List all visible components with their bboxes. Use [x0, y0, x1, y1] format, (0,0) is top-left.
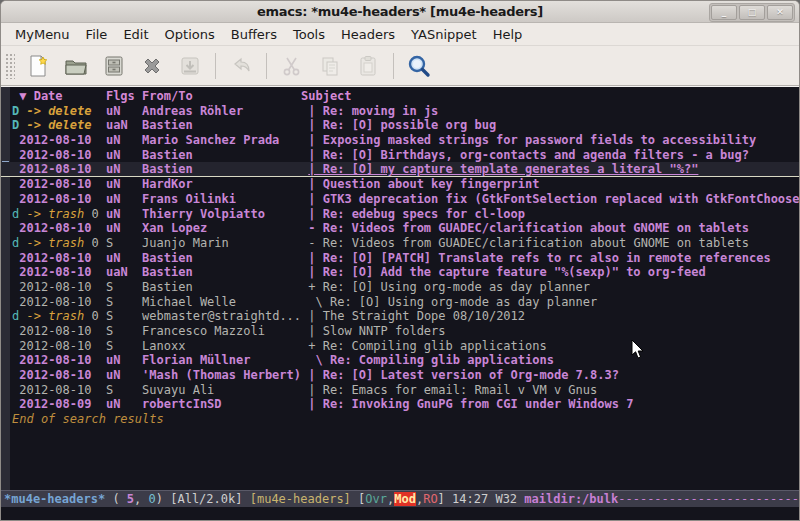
modeline-plain: (	[105, 492, 127, 506]
message-row[interactable]: 2012-08-10 uN Florian Müllner \ Re: Comp…	[12, 353, 799, 368]
message-row[interactable]: 2012-08-10 S Francesco Mazzoli | Slow NN…	[12, 324, 799, 339]
modeline-plain: ,	[134, 492, 148, 506]
search-icon[interactable]	[402, 50, 436, 82]
tool-bar	[1, 46, 799, 86]
column-headers[interactable]: ▼ Date Flgs From/To Subject	[12, 89, 799, 104]
message-row[interactable]: 2012-08-10 uaN Bastien | Re: [O] Add the…	[12, 265, 799, 280]
emacs-window: emacs: *mu4e-headers* [mu4e-headers] _□✕…	[0, 0, 800, 521]
title-bar[interactable]: emacs: *mu4e-headers* [mu4e-headers] _□✕	[1, 1, 799, 23]
toolbar-icons	[19, 50, 438, 82]
copy-icon	[313, 50, 347, 82]
toolbar-separator	[266, 53, 267, 79]
modeline-dashes: ------------------------------	[618, 492, 799, 506]
modeline-plain: 14:27 W32	[452, 492, 524, 506]
menu-item-options[interactable]: Options	[157, 24, 223, 45]
menu-item-edit[interactable]: Edit	[115, 24, 156, 45]
menu-item-buffers[interactable]: Buffers	[223, 24, 285, 45]
modeline-ovr: Ovr	[365, 492, 387, 506]
mode-line[interactable]: *mu4e-headers* ( 5, 0) [All/2.0k] [mu4e-…	[1, 490, 799, 507]
message-row[interactable]: d -> trash 0 uN Thierry Volpiatto | Re: …	[12, 207, 799, 222]
modeline-plain: [All/2.0k]	[170, 492, 249, 506]
modeline-buffer-name: *mu4e-headers*	[4, 492, 105, 506]
close-x-icon[interactable]	[135, 50, 169, 82]
modeline-maildir: maildir:/bulk	[524, 492, 618, 506]
menu-item-file[interactable]: File	[78, 24, 116, 45]
message-row-current[interactable]: 2012-08-10 uN Bastien | Re: [O] my captu…	[1, 162, 799, 177]
menu-item-headers[interactable]: Headers	[333, 24, 403, 45]
new-file-icon[interactable]	[21, 50, 55, 82]
save-icon	[173, 50, 207, 82]
message-row[interactable]: 2012-08-10 uN Mario Sanchez Prada | Expo…	[12, 133, 799, 148]
end-of-search-results: End of search results	[12, 412, 799, 427]
file-cabinet-icon[interactable]	[97, 50, 131, 82]
message-row[interactable]: D -> delete uaN Bastien | Re: [O] possib…	[12, 118, 799, 133]
modeline-mod: Mod	[394, 492, 416, 506]
left-fringe[interactable]	[1, 87, 10, 490]
toolbar-separator	[215, 53, 216, 79]
message-row[interactable]: 2012-08-10 uN Xan Lopez - Re: Videos fro…	[12, 221, 799, 236]
message-row[interactable]: 2012-08-10 uN Bastien | Re: [O] [PATCH] …	[12, 251, 799, 266]
message-row[interactable]: 2012-08-09 uN robertcInSD | Re: Invoking…	[12, 397, 799, 412]
message-row[interactable]: 2012-08-10 S Lanoxx + Re: Compiling glib…	[12, 339, 799, 354]
toolbar-separator	[393, 53, 394, 79]
window-controls: _□✕	[709, 3, 795, 22]
paste-icon	[351, 50, 385, 82]
toolbar-grip[interactable]	[5, 53, 15, 79]
echo-area[interactable]	[1, 507, 799, 521]
menu-item-tools[interactable]: Tools	[285, 24, 333, 45]
message-row[interactable]: 2012-08-10 uN HardKor | Question about k…	[12, 177, 799, 192]
menu-item-mymenu[interactable]: MyMenu	[7, 24, 78, 45]
headers-list: ▼ Date Flgs From/To SubjectD -> delete u…	[12, 89, 799, 427]
menu-item-yasnippet[interactable]: YASnippet	[403, 24, 485, 45]
undo-icon	[224, 50, 258, 82]
message-row[interactable]: 2012-08-10 uN Frans Oilinki | GTK3 depre…	[12, 192, 799, 207]
message-row[interactable]: 2012-08-10 S Bastien + Re: [O] Using org…	[12, 280, 799, 295]
cut-icon	[275, 50, 309, 82]
message-row[interactable]: 2012-08-10 uN 'Mash (Thomas Herbert) | R…	[12, 368, 799, 383]
message-row[interactable]: 2012-08-10 S Michael Welle \ Re: [O] Usi…	[12, 295, 799, 310]
modeline-count-violet: 5	[127, 492, 134, 506]
maximize-button[interactable]: □	[739, 5, 765, 20]
modeline-plain: )	[156, 492, 170, 506]
modeline-count-cyan: 0	[149, 492, 156, 506]
message-row[interactable]: 2012-08-10 S Suvayu Ali | Re: Emacs for …	[12, 383, 799, 398]
message-row[interactable]: d -> trash 0 S webmaster@straightd... | …	[12, 309, 799, 324]
message-row[interactable]: D -> delete uN Andreas Röhler | Re: movi…	[12, 104, 799, 119]
modeline-plain: ]	[438, 492, 452, 506]
menu-item-help[interactable]: Help	[485, 24, 531, 45]
minimize-button[interactable]: _	[711, 5, 737, 20]
window-title: emacs: *mu4e-headers* [mu4e-headers]	[257, 4, 543, 19]
message-row[interactable]: d -> trash 0 S Juanjo Marin - Re: Videos…	[12, 236, 799, 251]
menu-bar: MyMenuFileEditOptionsBuffersToolsHeaders…	[1, 23, 799, 46]
message-row[interactable]: 2012-08-10 uN Bastien | Re: [O] Birthday…	[12, 148, 799, 163]
modeline-major-mode: [mu4e-headers]	[250, 492, 358, 506]
modeline-ro: RO	[423, 492, 437, 506]
close-button[interactable]: ✕	[767, 5, 793, 20]
mu4e-headers-buffer: ▼ Date Flgs From/To SubjectD -> delete u…	[1, 86, 799, 490]
open-folder-icon[interactable]	[59, 50, 93, 82]
